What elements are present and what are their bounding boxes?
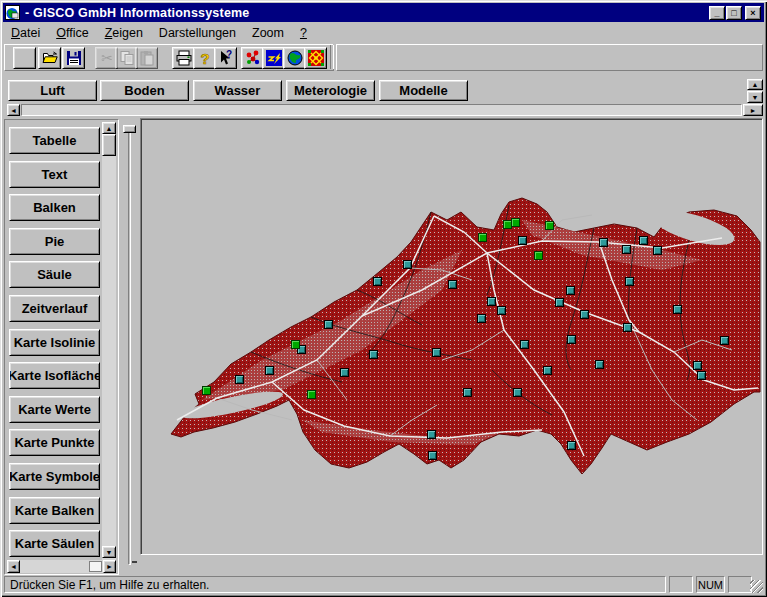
save-button[interactable] xyxy=(62,47,85,69)
top-hscroll-left-button[interactable]: ◄ xyxy=(7,104,20,116)
maximize-button[interactable]: □ xyxy=(726,6,742,20)
toolbar-spacer-panel xyxy=(336,44,763,71)
svg-text:?: ? xyxy=(200,50,209,66)
station-marker-icon xyxy=(567,441,576,450)
sidebar-scroll-left-button[interactable]: ◄ xyxy=(7,560,20,573)
gisco-globe-app-icon[interactable] xyxy=(5,5,20,20)
measurement-stations-layer xyxy=(142,120,761,553)
view-button-karte-isoflaeche[interactable]: Karte Isofläche xyxy=(9,362,100,389)
resize-grip[interactable] xyxy=(750,580,763,593)
view-button-karte-saeulen[interactable]: Karte Säulen xyxy=(9,530,100,557)
close-button[interactable]: × xyxy=(745,6,761,20)
sidebar-scroll-down-button[interactable]: ▼ xyxy=(102,546,116,558)
context-help-icon: ? xyxy=(218,50,234,66)
station-marker-icon xyxy=(427,430,436,439)
station-marker-icon xyxy=(432,348,441,357)
station-marker-icon xyxy=(639,236,648,245)
sidebar-hscroll-thumb[interactable] xyxy=(89,561,102,572)
station-marker-icon xyxy=(497,306,506,315)
station-marker-icon xyxy=(580,310,589,319)
tab-meterologie[interactable]: Meterologie xyxy=(286,80,375,101)
status-indicator-empty xyxy=(669,576,693,593)
tab-modelle[interactable]: Modelle xyxy=(379,80,468,101)
view-button-saeule[interactable]: Säule xyxy=(9,261,100,288)
station-marker-icon xyxy=(520,340,529,349)
help-button[interactable]: ? xyxy=(193,47,216,69)
zoom-slider-thumb[interactable] xyxy=(123,125,136,133)
station-marker-icon xyxy=(428,451,437,460)
window-title: - GISCO GmbH Informationssysteme xyxy=(25,6,250,20)
view-button-karte-isolinie[interactable]: Karte Isolinie xyxy=(9,329,100,356)
station-marker-icon xyxy=(555,298,564,307)
tab-luft[interactable]: Luft xyxy=(8,80,97,101)
help-icon: ? xyxy=(197,50,213,66)
station-marker-icon xyxy=(567,335,576,344)
station-marker-icon xyxy=(340,368,349,377)
view-button-karte-punkte[interactable]: Karte Punkte xyxy=(9,429,100,456)
printer-icon xyxy=(176,50,192,66)
highlight-station-marker-icon xyxy=(291,340,300,349)
scissors-icon: ✂ xyxy=(99,50,115,66)
open-button[interactable] xyxy=(38,47,61,69)
station-marker-icon xyxy=(566,286,575,295)
menu-zoom[interactable]: Zoom xyxy=(244,24,292,42)
zoom-slider-tick xyxy=(132,561,137,563)
tab-boden[interactable]: Boden xyxy=(100,80,189,101)
svg-text:✂: ✂ xyxy=(101,50,113,66)
globe-icon xyxy=(287,50,303,66)
tab-wasser[interactable]: Wasser xyxy=(193,80,282,101)
titlebar[interactable]: - GISCO GmbH Informationssysteme _ □ × xyxy=(3,3,764,22)
tabbar-scroll-up-button[interactable]: ▲ xyxy=(747,79,763,90)
station-marker-icon xyxy=(673,305,682,314)
minimize-button[interactable]: _ xyxy=(709,6,725,20)
station-marker-icon xyxy=(697,371,706,380)
context-help-button[interactable]: ? xyxy=(214,47,237,69)
menu-zeigen[interactable]: Zeigen xyxy=(97,24,151,42)
view-button-karte-werte[interactable]: Karte Werte xyxy=(9,396,100,423)
station-marker-icon xyxy=(487,297,496,306)
scroll-left-icon: ◄ xyxy=(10,107,17,114)
station-marker-icon xyxy=(595,360,604,369)
sidebar-vscroll-thumb[interactable] xyxy=(102,134,116,156)
menu-office[interactable]: Office xyxy=(48,24,96,42)
zoom-slider-track[interactable] xyxy=(128,127,131,565)
top-hscroll-right-button[interactable]: ► xyxy=(743,104,763,116)
data-view-button[interactable] xyxy=(241,47,264,69)
menu-darstellungen[interactable]: Darstellungen xyxy=(151,24,244,42)
highlight-station-marker-icon xyxy=(478,233,487,242)
print-button[interactable] xyxy=(172,47,195,69)
view-button-zeitverlauf[interactable]: Zeitverlauf xyxy=(9,295,100,322)
paste-icon xyxy=(139,50,155,66)
status-message: Drücken Sie F1, um Hilfe zu erhalten. xyxy=(4,576,666,593)
blue-lightning-icon xyxy=(266,50,282,66)
view-button-pie[interactable]: Pie xyxy=(9,228,100,255)
view-button-balken[interactable]: Balken xyxy=(9,194,100,221)
view-button-text[interactable]: Text xyxy=(9,161,100,188)
station-marker-icon xyxy=(463,388,472,397)
station-marker-icon xyxy=(625,277,634,286)
sidebar-vscroll-track[interactable] xyxy=(102,122,116,560)
new-button[interactable] xyxy=(13,47,36,69)
globe-button[interactable] xyxy=(283,47,306,69)
menu-help[interactable]: ? xyxy=(292,24,315,42)
sidebar-scroll-right-button[interactable]: ► xyxy=(103,560,116,573)
svg-text:?: ? xyxy=(225,50,231,60)
view-button-tabelle[interactable]: Tabelle xyxy=(9,127,100,154)
scroll-right-icon: ► xyxy=(106,563,113,570)
menu-datei[interactable]: Datei xyxy=(3,24,48,42)
station-marker-icon xyxy=(448,280,457,289)
flash-button[interactable] xyxy=(262,47,285,69)
sidebar-scroll-up-button[interactable]: ▲ xyxy=(102,122,116,134)
toolbar-panel: ✂?? xyxy=(4,44,334,71)
station-marker-icon xyxy=(265,366,274,375)
station-marker-icon xyxy=(373,277,382,286)
top-hscroll-track[interactable] xyxy=(21,104,742,116)
target-button[interactable] xyxy=(304,47,327,69)
gisco-window: { "window": { "title": "- GISCO GmbH Inf… xyxy=(0,0,767,597)
view-button-karte-symbole[interactable]: Karte Symbole xyxy=(9,463,100,490)
view-button-karte-balken[interactable]: Karte Balken xyxy=(9,497,100,524)
highlight-station-marker-icon xyxy=(307,390,316,399)
window-controls: _ □ × xyxy=(709,6,761,20)
scroll-down-icon: ▼ xyxy=(106,549,113,556)
tabbar-scroll-down-button[interactable]: ▼ xyxy=(747,91,763,103)
